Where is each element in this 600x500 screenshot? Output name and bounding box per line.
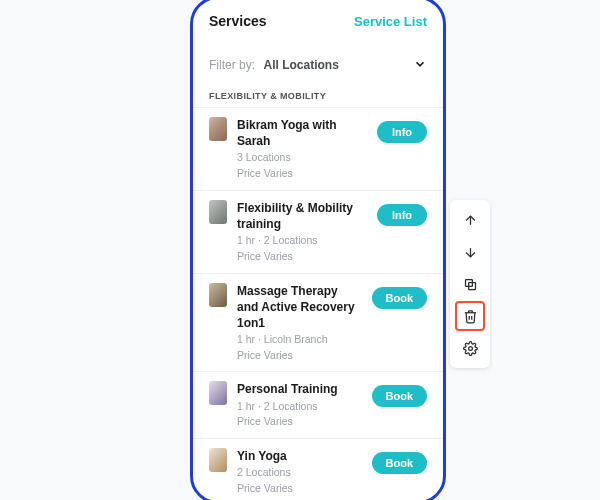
service-thumbnail xyxy=(209,381,227,405)
filter-group: Filter by: All Locations xyxy=(209,55,339,73)
book-button[interactable]: Book xyxy=(372,385,428,407)
service-list-link[interactable]: Service List xyxy=(354,14,427,29)
delete-button[interactable] xyxy=(455,301,485,331)
arrow-down-icon xyxy=(463,245,478,260)
move-down-button[interactable] xyxy=(455,237,485,267)
service-list: Bikram Yoga with Sarah 3 Locations Price… xyxy=(193,107,443,500)
filter-row[interactable]: Filter by: All Locations xyxy=(193,39,443,83)
page-title: Services xyxy=(209,13,267,29)
list-item[interactable]: Yin Yoga 2 Locations Price Varies Book xyxy=(193,438,443,500)
service-thumbnail xyxy=(209,200,227,224)
info-button[interactable]: Info xyxy=(377,204,427,226)
info-button[interactable]: Info xyxy=(377,121,427,143)
app-header: Services Service List xyxy=(193,0,443,39)
section-header: FLEXIBILITY & MOBILITY xyxy=(193,83,443,107)
service-info: Flexibility & Mobility training 1 hr · 2… xyxy=(237,200,367,264)
service-price: Price Varies xyxy=(237,249,367,264)
service-info: Massage Therapy and Active Recovery 1on1… xyxy=(237,283,362,363)
book-button[interactable]: Book xyxy=(372,452,428,474)
device-frame: Services Service List Filter by: All Loc… xyxy=(190,0,446,500)
list-item[interactable]: Personal Training 1 hr · 2 Locations Pri… xyxy=(193,371,443,438)
service-name: Flexibility & Mobility training xyxy=(237,200,367,232)
trash-icon xyxy=(463,309,478,324)
service-meta: 2 Locations xyxy=(237,465,362,480)
list-item[interactable]: Bikram Yoga with Sarah 3 Locations Price… xyxy=(193,107,443,190)
service-price: Price Varies xyxy=(237,166,367,181)
filter-value: All Locations xyxy=(263,58,338,72)
service-info: Yin Yoga 2 Locations Price Varies xyxy=(237,448,362,496)
service-name: Massage Therapy and Active Recovery 1on1 xyxy=(237,283,362,332)
arrow-up-icon xyxy=(463,213,478,228)
service-info: Personal Training 1 hr · 2 Locations Pri… xyxy=(237,381,362,429)
copy-icon xyxy=(463,277,478,292)
service-price: Price Varies xyxy=(237,414,362,429)
service-meta: 3 Locations xyxy=(237,150,367,165)
service-name: Bikram Yoga with Sarah xyxy=(237,117,367,149)
settings-button[interactable] xyxy=(455,333,485,363)
side-toolbar xyxy=(450,200,490,368)
list-item[interactable]: Flexibility & Mobility training 1 hr · 2… xyxy=(193,190,443,273)
service-info: Bikram Yoga with Sarah 3 Locations Price… xyxy=(237,117,367,181)
service-meta: 1 hr · 2 Locations xyxy=(237,233,367,248)
service-name: Yin Yoga xyxy=(237,448,362,464)
svg-point-4 xyxy=(468,346,472,350)
service-name: Personal Training xyxy=(237,381,362,397)
service-meta: 1 hr · 2 Locations xyxy=(237,399,362,414)
filter-label: Filter by: xyxy=(209,58,255,72)
move-up-button[interactable] xyxy=(455,205,485,235)
service-thumbnail xyxy=(209,117,227,141)
book-button[interactable]: Book xyxy=(372,287,428,309)
service-price: Price Varies xyxy=(237,348,362,363)
chevron-down-icon[interactable] xyxy=(413,57,427,71)
gear-icon xyxy=(463,341,478,356)
service-meta: 1 hr · Licoln Branch xyxy=(237,332,362,347)
list-item[interactable]: Massage Therapy and Active Recovery 1on1… xyxy=(193,273,443,372)
service-thumbnail xyxy=(209,283,227,307)
service-thumbnail xyxy=(209,448,227,472)
duplicate-button[interactable] xyxy=(455,269,485,299)
service-price: Price Varies xyxy=(237,481,362,496)
